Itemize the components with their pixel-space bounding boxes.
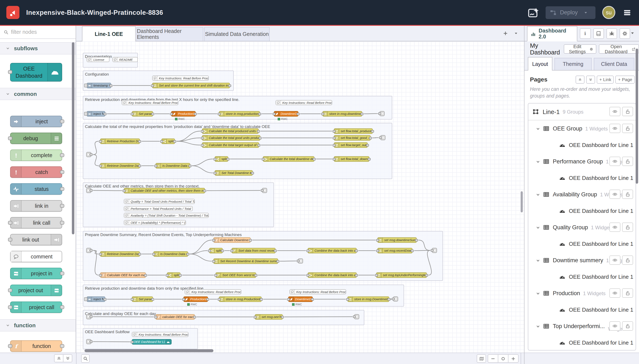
node-input-port[interactable]	[378, 112, 381, 115]
node-output-port[interactable]	[274, 249, 277, 252]
add-link-button[interactable]: + Link	[597, 76, 614, 84]
visibility-button[interactable]	[609, 288, 620, 298]
flow-node-join[interactable]: Calculate the total good units produced …	[202, 135, 260, 140]
flow-node-change[interactable]: store in msg.production_data	[219, 111, 260, 116]
node-output-port[interactable]	[276, 260, 279, 262]
node-input-port[interactable]	[201, 144, 204, 146]
node-output-port[interactable]	[138, 164, 141, 167]
node-port[interactable]	[60, 271, 64, 275]
palette-node-link-call[interactable]: link call	[10, 217, 62, 228]
tab-layout[interactable]: Layout	[528, 57, 552, 70]
palette-filter[interactable]	[0, 26, 76, 39]
widget-row[interactable]: OEE Dashboard for Line 1	[528, 268, 635, 285]
node-output-port[interactable]	[188, 164, 191, 167]
flow-node-linkout[interactable]	[262, 188, 267, 193]
flow-assistant-icon[interactable]	[528, 7, 539, 18]
chevron-down-icon[interactable]	[536, 225, 540, 230]
palette-node-complete[interactable]: complete	[10, 150, 62, 161]
palette-node-project-out[interactable]: project out	[10, 284, 62, 296]
chevron-down-icon[interactable]	[536, 324, 540, 328]
node-output-port[interactable]	[173, 140, 176, 142]
lock-button[interactable]	[622, 124, 633, 133]
flow-node-linkin[interactable]	[86, 152, 91, 157]
edit-settings-button[interactable]: Edit Settings	[564, 44, 596, 54]
node-output-port[interactable]	[369, 136, 372, 139]
collapse-all-button[interactable]	[576, 76, 584, 84]
visibility-button[interactable]	[609, 124, 620, 133]
chevron-down-icon[interactable]	[536, 291, 540, 296]
node-port[interactable]	[8, 238, 12, 241]
flow-node-switch[interactable]: Is Downtime Data Empty?	[156, 163, 190, 168]
node-output-port[interactable]	[366, 144, 369, 146]
chevron-down-icon[interactable]	[536, 160, 540, 164]
node-input-port[interactable]	[99, 140, 102, 142]
node-port[interactable]	[60, 187, 64, 191]
node-port[interactable]	[60, 153, 64, 157]
widget-row[interactable]: OEE Dashboard for Line 1	[528, 236, 635, 252]
palette-filter-input[interactable]	[4, 29, 67, 36]
node-input-port[interactable]	[287, 298, 290, 300]
flow-node-change[interactable]: Set params	[132, 111, 153, 116]
flow-node-comment[interactable]: License	[87, 57, 109, 62]
node-output-port[interactable]	[193, 316, 196, 318]
widget-row[interactable]: OEE Dashboard for Line 1	[528, 137, 635, 153]
palette-node-project-in[interactable]: project in	[10, 268, 62, 279]
node-port[interactable]	[60, 344, 64, 348]
node-input-port[interactable]	[166, 274, 169, 276]
flow-node-change[interactable]: Set and store the current line and shift…	[152, 83, 230, 88]
tab-theming[interactable]: Theming	[554, 58, 592, 70]
node-input-port[interactable]	[218, 298, 221, 300]
node-output-port[interactable]	[109, 84, 112, 87]
node-output-port[interactable]	[144, 274, 147, 276]
node-input-port[interactable]	[213, 172, 216, 174]
node-output-port[interactable]	[281, 316, 284, 318]
flow-node-split[interactable]: split	[167, 272, 180, 278]
flow-node-linkout[interactable]	[380, 111, 385, 116]
lock-button[interactable]	[622, 157, 633, 166]
palette-node-status[interactable]: status	[10, 183, 62, 195]
lock-button[interactable]	[622, 107, 633, 116]
palette-section-subflows[interactable]: subflows	[0, 42, 76, 54]
node-input-port[interactable]	[212, 260, 215, 262]
flow-node-dbfunc[interactable]: DowntimeDataRWC	[274, 111, 298, 116]
node-output-port[interactable]	[203, 190, 206, 192]
flow-node-inject[interactable]: inject ↻	[87, 296, 105, 302]
zoom-out-button[interactable]	[488, 354, 498, 363]
user-avatar[interactable]: su	[602, 6, 615, 19]
node-input-port[interactable]	[99, 253, 102, 255]
node-output-port[interactable]	[151, 298, 154, 300]
node-input-port[interactable]	[376, 249, 379, 252]
node-input-port[interactable]	[321, 112, 324, 115]
flow-node-linkin[interactable]	[86, 339, 91, 344]
node-input-port[interactable]	[261, 189, 264, 192]
lock-button[interactable]	[622, 288, 633, 298]
main-menu-icon[interactable]	[622, 9, 632, 16]
node-input-port[interactable]	[273, 112, 275, 115]
visibility-button[interactable]	[609, 256, 620, 265]
node-output-port[interactable]	[254, 274, 257, 276]
node-input-port[interactable]	[131, 340, 134, 343]
flow-node-change[interactable]: store in msg.ProductionData	[219, 296, 262, 302]
flow-node-comment[interactable]: Key Instructions: Read Before Proceeding	[152, 76, 209, 81]
node-input-port[interactable]	[160, 140, 163, 142]
flow-node-dbfunc[interactable]: DowntimeDataRWC	[288, 296, 313, 302]
node-output-port[interactable]	[259, 136, 262, 139]
sidebar-scrollbar[interactable]	[635, 48, 638, 184]
palette-node-link-out[interactable]: link out	[10, 234, 62, 245]
chevron-down-icon[interactable]	[536, 126, 540, 131]
flow-node-split[interactable]: split	[215, 156, 228, 162]
help-button[interactable]	[593, 28, 604, 39]
node-output-port[interactable]	[138, 253, 141, 255]
node-input-port[interactable]	[379, 136, 382, 139]
flow-node-join[interactable]: Calculate the total target output of tod…	[202, 142, 259, 148]
node-input-port[interactable]	[154, 164, 157, 167]
flow-node-linkout[interactable]	[380, 135, 386, 140]
flow-node-split[interactable]: split	[209, 248, 223, 253]
flow-node-comment[interactable]: Key Instructions: Read Before Proceeding	[122, 100, 178, 105]
flow-node-change[interactable]: set flow.target_output	[334, 142, 368, 148]
node-output-port[interactable]	[257, 130, 260, 132]
flow-node-subflow[interactable]: OEE Dashboard for Line 1	[132, 339, 172, 344]
flow-node-comment[interactable]: Key Instructions: Read Before Proceeding	[289, 289, 346, 294]
flow-node-change[interactable]: set flow.total_good_units	[334, 135, 371, 140]
chevron-down-icon[interactable]	[536, 258, 540, 262]
